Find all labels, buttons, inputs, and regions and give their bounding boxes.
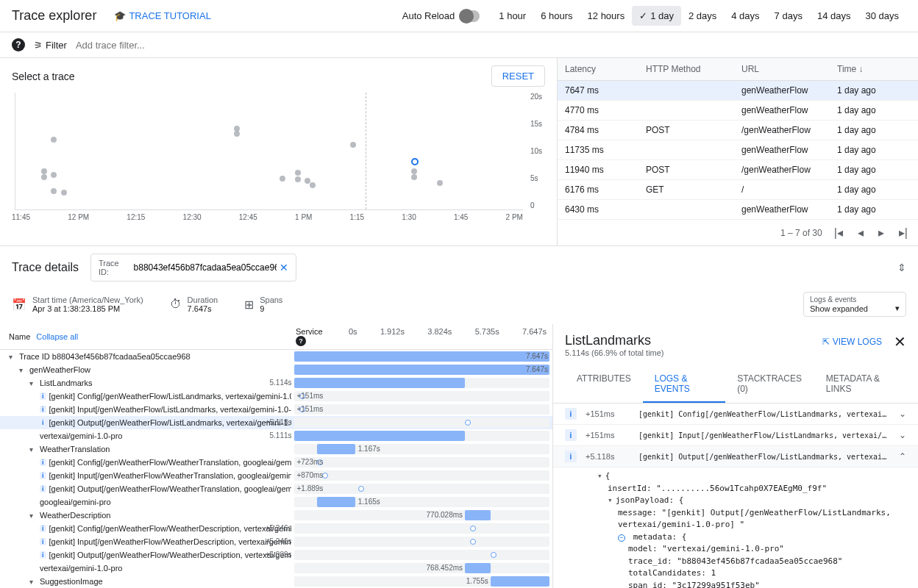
- time-4d[interactable]: 4 days: [724, 6, 766, 26]
- time-30d[interactable]: 30 days: [858, 6, 906, 26]
- time-7d[interactable]: 7 days: [767, 6, 810, 26]
- span-row[interactable]: vertexai/gemini-1.0-pro5.111s: [0, 429, 552, 442]
- span-row[interactable]: ▾Trace ID b88043ef456b87fcadaa5ea05ccae9…: [0, 350, 552, 363]
- tutorial-link[interactable]: 🎓 TRACE TUTORIAL: [114, 10, 210, 21]
- span-row[interactable]: i[genkit] Input[/genWeatherFlow/ListLand…: [0, 403, 552, 416]
- time-12h[interactable]: 12 hours: [580, 6, 633, 26]
- span-row[interactable]: ▾WeatherDescription770.028ms: [0, 509, 552, 522]
- scatter-plot[interactable]: 20s 15s 10s 5s 0: [15, 93, 523, 210]
- span-row[interactable]: googleai/gemini-pro1.165s: [0, 495, 552, 509]
- details-header: Trace details Trace ID: ✕ ⇕: [0, 246, 918, 289]
- span-row[interactable]: i[genkit] Output[/genWeatherFlow/ListLan…: [0, 416, 552, 429]
- filter-label: ⚞ Filter: [34, 40, 67, 51]
- reset-button[interactable]: RESET: [491, 65, 545, 87]
- span-row[interactable]: ▾WeatherTranslation1.167s: [0, 442, 552, 456]
- table-row[interactable]: 11940 msPOST/genWeatherFlow1 day ago: [558, 160, 918, 180]
- tab-logs[interactable]: LOGS & EVENTS: [643, 366, 725, 403]
- meta-row: 📅 Start time (America/New_York)Apr 3 at …: [0, 289, 918, 324]
- sort-down-icon: ↓: [859, 64, 864, 74]
- trace-id-input[interactable]: Trace ID: ✕: [90, 254, 296, 282]
- collapse-icon[interactable]: ▾: [597, 471, 602, 481]
- info-icon: i: [565, 408, 577, 420]
- details-title: Trace details: [12, 261, 79, 274]
- span-row[interactable]: i[genkit] Output[/genWeatherFlow/Weather…: [0, 482, 552, 495]
- trace-id-field[interactable]: [134, 262, 277, 273]
- time-14d[interactable]: 14 days: [810, 6, 858, 26]
- log-entry[interactable]: i +151ms [genkit] Config[/genWeatherFlow…: [553, 404, 918, 425]
- table-row[interactable]: 4770 msgenWeatherFlow1 day ago: [558, 101, 918, 121]
- table-row[interactable]: 4784 msPOST/genWeatherFlow1 day ago: [558, 121, 918, 140]
- span-row[interactable]: ▾SuggestionImage1.755s: [0, 575, 552, 588]
- info-icon: i: [40, 406, 46, 413]
- info-icon: i: [40, 538, 46, 545]
- span-headers: Name Collapse all Service ? 0s 1.912s 3.…: [0, 324, 552, 350]
- span-row[interactable]: vertexai/gemini-1.0-pro768.452ms: [0, 562, 552, 575]
- info-icon: i: [40, 392, 46, 400]
- info-icon: i: [40, 525, 46, 532]
- help-icon[interactable]: ?: [296, 336, 306, 346]
- trace-table: Latency HTTP Method URL Time ↓ 7647 msge…: [558, 58, 918, 245]
- prev-page-button[interactable]: ◂: [855, 224, 867, 241]
- filter-bar: ? ⚞ Filter: [0, 32, 918, 58]
- auto-reload-toggle[interactable]: Auto Reload: [402, 10, 480, 22]
- chevron-down-icon[interactable]: ▾: [29, 512, 37, 520]
- toggle-off-icon: [459, 10, 480, 22]
- chevron-down-icon[interactable]: ▾: [29, 445, 37, 453]
- info-icon: i: [40, 472, 46, 479]
- detail-tabs: ATTRIBUTES LOGS & EVENTS STACKTRACES (0)…: [553, 366, 918, 404]
- spans-count: ⊞ Spans9: [244, 295, 282, 313]
- time-1d[interactable]: ✓1 day: [632, 6, 681, 26]
- tab-metadata[interactable]: METADATA & LINKS: [814, 366, 906, 403]
- span-row[interactable]: ▾ListLandmarks5.114s: [0, 376, 552, 390]
- collapse-icon[interactable]: −: [618, 534, 625, 542]
- table-row[interactable]: 6430 msgenWeatherFlow1 day ago: [558, 200, 918, 220]
- table-row[interactable]: 11735 msgenWeatherFlow1 day ago: [558, 140, 918, 160]
- filter-input[interactable]: [76, 40, 906, 51]
- expand-icon[interactable]: ⇕: [897, 262, 906, 273]
- info-icon: i: [40, 459, 46, 466]
- table-row[interactable]: 6176 msGET/1 day ago: [558, 180, 918, 200]
- tab-stacktraces[interactable]: STACKTRACES (0): [725, 366, 814, 403]
- page-title: Trace explorer: [12, 8, 96, 24]
- y-axis: 20s 15s 10s 5s 0: [530, 93, 542, 209]
- span-row[interactable]: i[genkit] Config[/genWeatherFlow/ListLan…: [0, 390, 552, 403]
- span-row[interactable]: i[genkit] Config[/genWeatherFlow/Weather…: [0, 456, 552, 469]
- help-icon[interactable]: ?: [12, 38, 25, 51]
- log-entry-expanded[interactable]: i +5.118s [genkit] Output[/genWeatherFlo…: [553, 446, 918, 467]
- filter-icon: ⚞: [34, 40, 43, 51]
- log-entry[interactable]: i +151ms [genkit] Input[/genWeatherFlow/…: [553, 425, 918, 446]
- span-row[interactable]: i[genkit] Input[/genWeatherFlow/WeatherT…: [0, 469, 552, 482]
- chevron-up-icon: ⌃: [899, 451, 906, 462]
- graduation-cap-icon: 🎓: [114, 10, 126, 21]
- span-row[interactable]: i[genkit] Config[/genWeatherFlow/Weather…: [0, 522, 552, 535]
- table-row[interactable]: 7647 msgenWeatherFlow1 day ago: [558, 81, 918, 101]
- table-header: Latency HTTP Method URL Time ↓: [558, 58, 918, 81]
- first-page-button[interactable]: |◂: [831, 224, 846, 241]
- span-row[interactable]: i[genkit] Output[/genWeatherFlow/Weather…: [0, 548, 552, 562]
- logs-display-select[interactable]: Logs & events Show expanded▾: [803, 292, 906, 317]
- collapse-icon[interactable]: ▾: [608, 495, 613, 505]
- json-tree: ▾{ insertId: "..........56ow1Tcahp0X7EAE…: [553, 467, 918, 588]
- span-row[interactable]: i[genkit] Input[/genWeatherFlow/WeatherD…: [0, 535, 552, 548]
- chevron-down-icon[interactable]: ▾: [29, 578, 37, 586]
- chevron-down-icon[interactable]: ▾: [19, 366, 26, 374]
- chart-title: Select a trace: [12, 71, 75, 82]
- start-time: 📅 Start time (America/New_York)Apr 3 at …: [12, 295, 143, 313]
- clear-icon[interactable]: ✕: [280, 262, 288, 273]
- chevron-down-icon[interactable]: ▾: [29, 379, 37, 387]
- last-page-button[interactable]: ▸|: [896, 224, 911, 241]
- span-detail-subtitle: 5.114s (66.9% of total time): [565, 348, 664, 357]
- stopwatch-icon: ⏱: [170, 298, 182, 311]
- time-6h[interactable]: 6 hours: [533, 6, 580, 26]
- info-icon: i: [565, 451, 577, 462]
- x-axis: 11:45 12 PM 12:15 12:30 12:45 1 PM 1:15 …: [12, 213, 523, 221]
- chevron-down-icon[interactable]: ▾: [9, 353, 16, 361]
- span-row[interactable]: ▾genWeatherFlow7.647s: [0, 363, 552, 376]
- time-2d[interactable]: 2 days: [681, 6, 724, 26]
- close-icon[interactable]: ✕: [894, 333, 906, 351]
- next-page-button[interactable]: ▸: [875, 224, 887, 241]
- collapse-all-link[interactable]: Collapse all: [36, 332, 78, 341]
- tab-attributes[interactable]: ATTRIBUTES: [565, 366, 643, 403]
- view-logs-button[interactable]: ⇱VIEW LOGS: [822, 337, 882, 347]
- time-1h[interactable]: 1 hour: [491, 6, 533, 26]
